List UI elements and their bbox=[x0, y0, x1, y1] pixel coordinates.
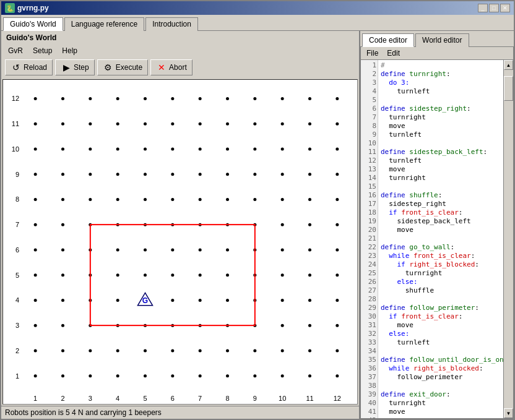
execute-icon: ⚙ bbox=[103, 62, 114, 73]
scrollbar-down-button[interactable]: ▼ bbox=[504, 408, 513, 418]
code-scrollbar: ▲ ▼ bbox=[503, 60, 513, 418]
title-bar-left: 🐍 gvrng.py bbox=[5, 3, 49, 13]
title-bar: 🐍 gvrng.py _ □ ✕ bbox=[1, 1, 514, 15]
status-bar: Robots position is 5 4 N and carrying 1 … bbox=[1, 406, 359, 419]
code-menu-bar: File Edit bbox=[361, 47, 513, 60]
window-title: gvrng.py bbox=[17, 4, 49, 12]
status-text: Robots position is 5 4 N and carrying 1 … bbox=[5, 408, 162, 417]
reload-icon: ↺ bbox=[11, 62, 22, 73]
main-tab-bar: Guido's World Language reference Introdu… bbox=[1, 15, 514, 30]
step-button[interactable]: ▶ Step bbox=[55, 59, 95, 75]
code-menu-edit[interactable]: Edit bbox=[385, 48, 402, 58]
execute-label: Execute bbox=[116, 63, 142, 72]
menu-gvr[interactable]: GvR bbox=[6, 46, 25, 56]
window-controls: _ □ ✕ bbox=[478, 4, 510, 12]
menu-help[interactable]: Help bbox=[60, 46, 79, 56]
step-label: Step bbox=[74, 63, 89, 72]
world-canvas[interactable] bbox=[3, 80, 357, 404]
right-tab-bar: Code editor World editor bbox=[360, 31, 514, 46]
tab-language-reference[interactable]: Language reference bbox=[64, 17, 144, 31]
execute-button[interactable]: ⚙ Execute bbox=[97, 59, 148, 75]
scrollbar-thumb[interactable] bbox=[504, 76, 513, 101]
world-canvas-container bbox=[2, 79, 358, 405]
abort-label: Abort bbox=[169, 63, 187, 72]
app-icon: 🐍 bbox=[5, 3, 15, 13]
line-numbers: 1234567891011121314151617181920212223242… bbox=[361, 60, 378, 418]
tab-guidos-world[interactable]: Guido's World bbox=[3, 17, 63, 31]
main-window: 🐍 gvrng.py _ □ ✕ Guido's World Language … bbox=[0, 0, 515, 420]
tab-code-editor[interactable]: Code editor bbox=[362, 33, 414, 47]
code-text[interactable]: #define turnright: do 3: turnleftdefine … bbox=[378, 60, 503, 418]
panel-header: Guido's World bbox=[1, 31, 359, 45]
scrollbar-up-button[interactable]: ▲ bbox=[504, 60, 513, 70]
tab-world-editor[interactable]: World editor bbox=[415, 33, 469, 47]
toolbar: ↺ Reload ▶ Step ⚙ Execute ✕ Abort bbox=[1, 57, 359, 78]
abort-button[interactable]: ✕ Abort bbox=[150, 59, 193, 75]
scrollbar-track[interactable] bbox=[504, 70, 513, 408]
menu-setup[interactable]: Setup bbox=[31, 46, 54, 56]
reload-label: Reload bbox=[24, 63, 47, 72]
right-panel: Code editor World editor File Edit 12345… bbox=[360, 31, 514, 419]
code-content: 1234567891011121314151617181920212223242… bbox=[361, 60, 513, 418]
tab-introduction[interactable]: Introduction bbox=[145, 17, 198, 31]
left-panel: Guido's World GvR Setup Help ↺ Reload ▶ … bbox=[1, 31, 360, 419]
abort-icon: ✕ bbox=[156, 62, 167, 73]
left-menu-bar: GvR Setup Help bbox=[1, 45, 359, 57]
maximize-button[interactable]: □ bbox=[489, 4, 499, 12]
step-icon: ▶ bbox=[61, 62, 72, 73]
close-button[interactable]: ✕ bbox=[500, 4, 510, 12]
main-content: Guido's World GvR Setup Help ↺ Reload ▶ … bbox=[1, 30, 514, 419]
code-editor-panel: File Edit 123456789101112131415161718192… bbox=[360, 46, 514, 419]
minimize-button[interactable]: _ bbox=[478, 4, 488, 12]
code-menu-file[interactable]: File bbox=[365, 48, 380, 58]
reload-button[interactable]: ↺ Reload bbox=[5, 59, 53, 75]
